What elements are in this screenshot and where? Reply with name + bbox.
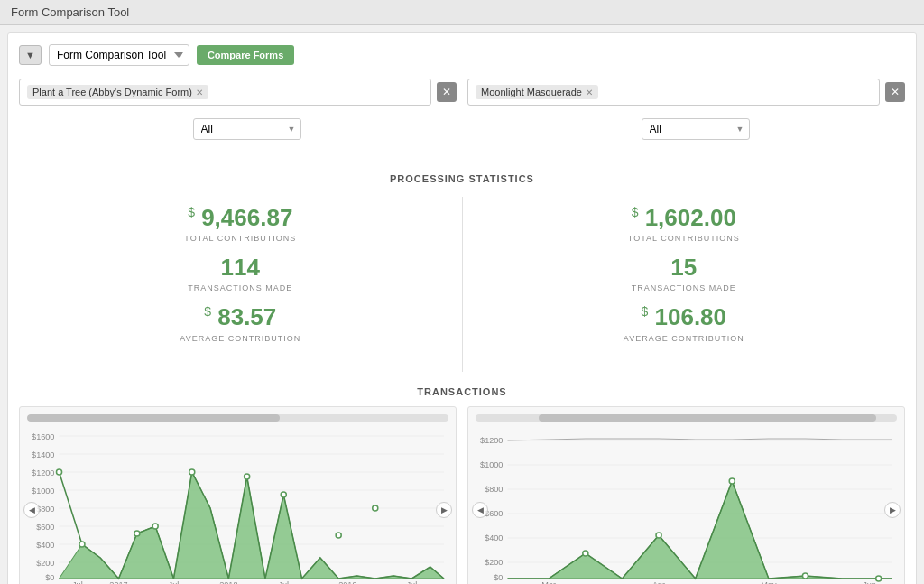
left-total-contributions-value: $ 9,466.87 <box>37 204 444 232</box>
left-total-currency: $ <box>188 205 195 219</box>
svg-text:Mar: Mar <box>541 580 556 584</box>
left-form-input-group: Plant a Tree (Abby's Dynamic Form) ✕ ✕ <box>19 79 457 106</box>
svg-point-52 <box>729 478 735 484</box>
processing-statistics-title: PROCESSING STATISTICS <box>19 166 905 184</box>
left-filter-dropdown[interactable]: All <box>193 118 301 140</box>
left-form-tag-text: Plant a Tree (Abby's Dynamic Form) <box>32 87 192 97</box>
left-chart-svg: $1600 $1400 $1200 $1000 $800 $600 $400 $… <box>27 427 448 584</box>
svg-point-19 <box>56 469 61 475</box>
right-chart-nav-left[interactable]: ◀ <box>472 502 488 518</box>
right-avg-currency: $ <box>641 305 648 320</box>
right-form-clear-button[interactable]: ✕ <box>885 82 905 102</box>
svg-text:$1400: $1400 <box>32 450 54 459</box>
left-avg-contribution: $ 83.57 AVERAGE CONTRIBUTION <box>37 303 444 342</box>
right-chart-svg: $1200 $1000 $800 $600 $400 $200 $0 <box>476 427 897 584</box>
right-filter-dropdown[interactable]: All <box>642 118 750 140</box>
left-total-number: 9,466.87 <box>201 204 292 231</box>
svg-point-24 <box>245 474 250 479</box>
svg-text:$800: $800 <box>485 485 503 494</box>
svg-text:Apr: Apr <box>652 580 665 584</box>
divider <box>19 153 905 153</box>
svg-text:$200: $200 <box>485 558 503 567</box>
right-form-tag-remove[interactable]: ✕ <box>586 88 593 97</box>
left-form-tag-input[interactable]: Plant a Tree (Abby's Dynamic Form) ✕ <box>19 79 431 106</box>
left-stats-panel: $ 9,466.87 TOTAL CONTRIBUTIONS 114 TRANS… <box>19 197 462 372</box>
svg-text:$1200: $1200 <box>32 468 54 477</box>
forms-input-row: Plant a Tree (Abby's Dynamic Form) ✕ ✕ M… <box>19 79 905 106</box>
left-chart-nav-right[interactable]: ▶ <box>436 502 452 518</box>
svg-text:Jul: Jul <box>278 580 289 584</box>
right-form-tag-input[interactable]: Moonlight Masquerade ✕ <box>467 79 880 106</box>
svg-text:Jul: Jul <box>72 580 83 584</box>
left-avg-number: 83.57 <box>217 303 276 330</box>
tool-select-wrapper: Form Comparison Tool <box>49 44 189 66</box>
svg-point-20 <box>79 542 85 547</box>
svg-point-23 <box>189 469 195 475</box>
right-transactions-label: TRANSACTIONS MADE <box>481 283 888 292</box>
right-transactions: 15 TRANSACTIONS MADE <box>481 254 888 292</box>
left-filter-select-half: All <box>19 118 457 140</box>
svg-text:$1200: $1200 <box>480 436 503 445</box>
svg-point-50 <box>583 551 588 556</box>
svg-text:2017: 2017 <box>109 580 127 584</box>
left-chart-container: ◀ ▶ $1600 $1400 $1200 $1000 $800 $600 $4… <box>19 406 457 584</box>
right-total-currency: $ <box>632 205 639 219</box>
left-chart-scroll-thumb[interactable] <box>27 414 280 422</box>
svg-point-21 <box>134 531 140 536</box>
left-avg-value: $ 83.57 <box>37 303 444 331</box>
main-container: ▼ Form Comparison Tool Compare Forms Pla… <box>7 32 917 584</box>
right-avg-number: 106.80 <box>655 303 727 330</box>
left-avg-currency: $ <box>204 305 211 320</box>
right-avg-value: $ 106.80 <box>481 303 888 331</box>
svg-text:Jun: Jun <box>863 580 876 584</box>
left-transactions: 114 TRANSACTIONS MADE <box>37 254 444 292</box>
svg-text:2018: 2018 <box>219 580 237 584</box>
svg-text:Jul: Jul <box>169 580 180 584</box>
svg-text:$1000: $1000 <box>32 487 54 496</box>
right-total-contributions-value: $ 1,602.00 <box>481 204 888 232</box>
left-form-clear-button[interactable]: ✕ <box>437 82 457 102</box>
filter-icon[interactable]: ▼ <box>19 45 42 65</box>
svg-text:$600: $600 <box>36 523 54 532</box>
stats-panels: $ 9,466.87 TOTAL CONTRIBUTIONS 114 TRANS… <box>19 197 905 372</box>
right-chart-scrollbar[interactable] <box>476 414 897 422</box>
left-transactions-value: 114 <box>37 254 444 282</box>
svg-point-51 <box>656 533 661 538</box>
right-filter-wrapper: All <box>642 118 750 140</box>
toolbar: ▼ Form Comparison Tool Compare Forms <box>19 44 905 66</box>
left-filter-wrapper: All <box>193 118 301 140</box>
right-form-tag-text: Moonlight Masquerade <box>481 87 582 97</box>
right-total-contributions: $ 1,602.00 TOTAL CONTRIBUTIONS <box>481 204 888 243</box>
right-form-tag: Moonlight Masquerade ✕ <box>476 85 598 99</box>
left-chart-scrollbar[interactable] <box>27 414 448 422</box>
left-avg-label: AVERAGE CONTRIBUTION <box>37 334 444 343</box>
svg-text:$0: $0 <box>494 573 503 582</box>
svg-point-53 <box>802 573 808 579</box>
left-form-tag-remove[interactable]: ✕ <box>196 88 203 97</box>
processing-statistics-section: PROCESSING STATISTICS $ 9,466.87 TOTAL C… <box>19 166 905 372</box>
svg-text:$400: $400 <box>36 541 54 550</box>
right-transactions-value: 15 <box>481 254 888 282</box>
svg-point-26 <box>336 533 341 538</box>
right-total-label: TOTAL CONTRIBUTIONS <box>481 234 888 243</box>
right-chart-container: ◀ ▶ $1200 $1000 $800 $600 $400 $200 $0 <box>467 406 905 584</box>
left-chart-nav-left[interactable]: ◀ <box>23 502 40 518</box>
right-form-input-group: Moonlight Masquerade ✕ ✕ <box>467 79 905 106</box>
right-chart-nav-right[interactable]: ▶ <box>884 502 901 518</box>
transactions-title: TRANSACTIONS <box>19 386 905 397</box>
svg-point-22 <box>152 524 158 529</box>
compare-forms-button[interactable]: Compare Forms <box>197 45 294 65</box>
right-chart-scroll-thumb[interactable] <box>539 414 876 422</box>
svg-text:May: May <box>761 580 777 584</box>
svg-text:$0: $0 <box>45 573 54 582</box>
svg-text:$400: $400 <box>485 533 503 542</box>
tool-select[interactable]: Form Comparison Tool <box>49 44 189 66</box>
window-title-text: Form Comparison Tool <box>11 5 129 19</box>
right-total-number: 1,602.00 <box>645 204 736 231</box>
svg-marker-18 <box>60 472 444 579</box>
svg-text:2019: 2019 <box>338 580 356 584</box>
svg-point-27 <box>373 505 378 511</box>
window-title-bar: Form Comparison Tool <box>0 0 924 25</box>
filter-select-group: All All <box>19 118 905 140</box>
svg-point-54 <box>876 576 882 581</box>
